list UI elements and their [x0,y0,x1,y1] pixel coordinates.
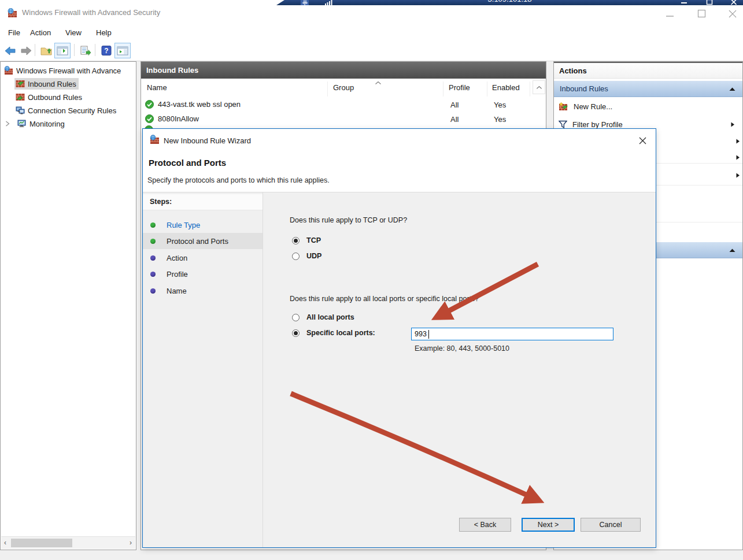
menu-help[interactable]: Help [96,28,112,37]
up-one-level-button[interactable] [38,43,54,58]
filter-icon [559,120,567,129]
back-button[interactable] [2,43,19,58]
steps-label: Steps: [143,194,263,210]
step-label: Action [167,254,187,262]
scroll-left-icon[interactable]: ‹ [4,539,6,547]
tree-item-label: Monitoring [29,120,65,128]
step-bullet-todo-icon [150,255,156,261]
firewall-icon [4,66,13,75]
scrollbar-thumb[interactable] [11,539,72,547]
help-button[interactable]: ? [98,43,114,58]
rule-profile: All [450,115,459,124]
tree-item-label: Connection Security Rules [28,106,116,115]
column-separator[interactable] [443,81,443,97]
enabled-check-icon [145,100,154,109]
menu-file[interactable]: File [8,28,20,37]
scroll-up-button[interactable] [533,80,545,94]
radio-udp-label[interactable]: UDP [306,252,321,260]
inbound-rules-icon [16,80,25,88]
rdp-minimize-icon[interactable] [681,0,687,5]
forward-button[interactable] [18,43,34,58]
toolbar-separator [74,44,75,56]
radio-specific-local-ports[interactable] [292,329,300,337]
rdp-restore-icon[interactable] [706,0,713,5]
radio-udp[interactable] [292,253,300,260]
collapse-icon[interactable] [729,249,735,253]
wizard-step-heading: Protocol and Ports [149,158,226,168]
specific-ports-input[interactable] [411,328,613,340]
column-separator[interactable] [487,81,487,97]
table-row[interactable]: 8080InAllow [142,112,546,125]
forward-icon [20,46,32,55]
actions-panel-header: Actions [554,62,742,79]
next-button[interactable]: Next > [522,518,575,532]
remote-host-address: 3.109.101.18 [276,0,743,3]
step-label: Profile [167,270,188,279]
sort-ascending-icon [375,81,382,85]
chevron-right-icon[interactable] [5,121,10,127]
radio-tcp[interactable] [292,237,300,244]
back-button[interactable]: < Back [459,518,511,532]
monitoring-icon [17,120,27,128]
rule-name: 8080InAllow [158,114,199,123]
column-separator[interactable] [327,81,328,97]
back-icon [5,46,16,55]
column-header-group[interactable]: Group [333,83,354,92]
actions-section-label: Inbound Rules [560,84,608,93]
tree-root-windows-firewall[interactable]: Windows Firewall with Advance [1,64,136,77]
svg-text:?: ? [104,47,108,55]
action-label: Filter by Profile [572,120,623,129]
step-profile[interactable]: Profile [143,266,263,282]
tree-item-monitoring[interactable]: Monitoring [1,117,136,130]
tree-item-outbound-rules[interactable]: Outbound Rules [1,91,136,103]
scroll-right-icon[interactable]: › [130,539,132,547]
export-list-icon [80,46,91,55]
tree-item-connection-security-rules[interactable]: Connection Security Rules [1,104,136,117]
table-row[interactable]: 443-vast.tk web ssl open [142,98,546,111]
actions-section-inbound-rules[interactable]: Inbound Rules [554,81,742,97]
toolbar-separator [35,44,35,56]
menu-view[interactable]: View [65,28,82,37]
scroll-up-icon [536,86,542,90]
action-pane-icon [117,46,128,55]
tree-item-label: Outbound Rules [28,93,82,102]
radio-tcp-label[interactable]: TCP [306,236,321,244]
close-button[interactable] [727,9,738,18]
column-separator[interactable] [530,81,530,97]
cancel-button[interactable]: Cancel [581,518,641,532]
rule-enabled: Yes [494,101,506,109]
step-name[interactable]: Name [143,283,263,299]
windows-firewall-mmc-window: Windows Firewall with Advanced Security … [0,0,743,560]
tree-horizontal-scrollbar[interactable]: ‹ › [1,536,135,549]
step-rule-type[interactable]: Rule Type [143,217,263,233]
console-tree-icon [57,46,68,55]
column-header-enabled[interactable]: Enabled [492,83,520,92]
maximize-button[interactable] [697,9,707,18]
menu-action[interactable]: Action [30,28,51,37]
column-header-profile[interactable]: Profile [449,83,470,92]
radio-specific-local-ports-label[interactable]: Specific local ports: [306,329,375,337]
action-new-rule[interactable]: New Rule... [554,99,742,114]
show-console-tree-button[interactable] [54,43,71,58]
step-label: Name [167,287,187,295]
ports-example-text: Example: 80, 443, 5000-5010 [415,344,509,353]
tree-item-inbound-rules[interactable]: Inbound Rules [1,77,136,90]
wizard-close-button[interactable] [637,135,648,146]
minimize-button[interactable] [665,9,675,18]
step-bullet-todo-icon [150,272,156,277]
chevron-right-icon [731,122,735,127]
rule-enabled: Yes [494,115,506,124]
rules-panel-header: Inbound Rules [141,62,546,79]
firewall-icon [150,135,160,147]
radio-all-local-ports-label[interactable]: All local ports [306,313,354,321]
step-action[interactable]: Action [143,250,263,266]
rdp-close-icon[interactable] [730,0,737,5]
step-protocol-and-ports[interactable]: Protocol and Ports [143,233,263,249]
radio-all-local-ports[interactable] [292,314,300,321]
outbound-rules-icon [16,93,25,102]
collapse-icon[interactable] [729,87,735,91]
folder-up-icon [40,46,52,55]
column-header-name[interactable]: Name [147,83,167,92]
show-action-pane-button[interactable] [114,43,131,58]
export-list-button[interactable] [77,43,94,58]
